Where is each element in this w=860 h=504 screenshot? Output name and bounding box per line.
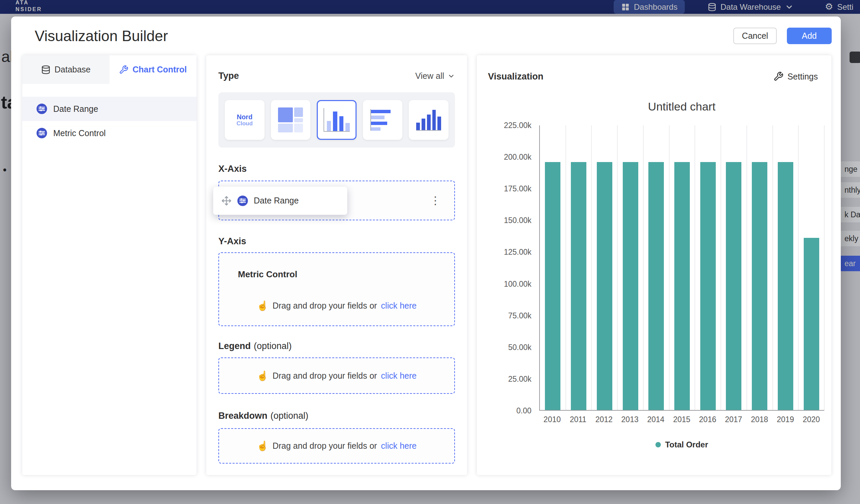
bar-2019 xyxy=(778,162,793,410)
y-axis-tick-labels: 0.0025.00k50.00k75.00k100.00k125.00k150.… xyxy=(477,125,531,411)
chart-plot-area xyxy=(539,125,824,411)
settings-label: Settings xyxy=(788,72,818,82)
x-tick-label: 2018 xyxy=(746,415,772,424)
x-tick-label: 2012 xyxy=(591,415,617,424)
chart-type-selector: Nord Cloud xyxy=(218,92,455,147)
settings-button[interactable]: Settings xyxy=(773,71,818,82)
column-chart-icon xyxy=(416,109,441,131)
x-tick-label: 2015 xyxy=(669,415,695,424)
vertical-gridline xyxy=(694,125,695,410)
field-item-label: Date Range xyxy=(53,104,98,114)
chevron-down-icon xyxy=(447,72,455,80)
drop-hint-text: Drag and drop your fields or xyxy=(273,301,377,311)
bar-2015 xyxy=(674,162,690,410)
vertical-gridline xyxy=(669,125,670,410)
vertical-gridline xyxy=(617,125,618,410)
tab-database[interactable]: Database xyxy=(22,55,110,84)
vertical-gridline xyxy=(746,125,747,410)
bar-2014 xyxy=(648,162,664,410)
bar-chart-icon xyxy=(324,108,350,132)
cancel-button[interactable]: Cancel xyxy=(733,28,777,44)
click-here-link[interactable]: click here xyxy=(381,441,417,451)
tools-icon xyxy=(773,71,784,82)
tab-chart-control[interactable]: Chart Control xyxy=(110,55,197,84)
chart-type-bar-chart-selected[interactable] xyxy=(317,100,357,140)
click-here-link[interactable]: click here xyxy=(381,371,417,381)
bar-2020 xyxy=(804,238,819,410)
word-cloud-word: Cloud xyxy=(236,120,253,127)
vertical-gridline xyxy=(720,125,721,410)
y-tick-label: 175.00k xyxy=(504,184,531,193)
drag-hand-icon: ☝ xyxy=(257,440,269,451)
add-button[interactable]: Add xyxy=(787,28,832,44)
bar-2018 xyxy=(752,162,767,410)
view-all-dropdown[interactable]: View all xyxy=(415,71,455,81)
bar-2010 xyxy=(545,162,560,410)
breakdown-optional-text: (optional) xyxy=(271,410,309,421)
field-item-metric-control[interactable]: Metric Control xyxy=(22,121,197,145)
breakdown-heading-text: Breakdown xyxy=(218,410,268,421)
control-sliders-icon xyxy=(237,195,248,206)
vertical-gridline xyxy=(798,125,799,410)
chart-type-word-cloud[interactable]: Nord Cloud xyxy=(225,100,264,140)
fields-panel-tabs: Database Chart Control xyxy=(22,55,197,84)
type-heading: Type xyxy=(218,71,239,81)
visualization-heading: Visualization xyxy=(488,71,544,82)
tab-chart-control-label: Chart Control xyxy=(132,65,187,74)
breakdown-heading: Breakdown (optional) xyxy=(218,410,455,421)
x-tick-label: 2019 xyxy=(772,415,798,424)
y-axis-heading-text: Y-Axis xyxy=(218,235,246,247)
x-tick-label: 2016 xyxy=(694,415,720,424)
word-cloud-icon: Nord Cloud xyxy=(236,114,253,127)
drop-hint-text: Drag and drop your fields or xyxy=(273,441,377,451)
legend-color-dot xyxy=(656,442,661,447)
dragged-field-chip-date-range[interactable]: Date Range xyxy=(213,186,347,215)
chart-type-treemap[interactable] xyxy=(271,100,311,140)
y-tick-label: 225.00k xyxy=(504,121,531,130)
legend-dropzone[interactable]: ☝ Drag and drop your fields or click her… xyxy=(218,358,455,394)
bar-2011 xyxy=(571,162,586,410)
word-cloud-word: Nord xyxy=(236,114,253,120)
chart-type-column-chart[interactable] xyxy=(409,100,448,140)
fields-panel: Database Chart Control Date Range xyxy=(22,55,197,475)
breakdown-dropzone[interactable]: ☝ Drag and drop your fields or click her… xyxy=(218,428,455,464)
y-tick-label: 0.00 xyxy=(516,406,531,415)
x-axis-heading: X-Axis xyxy=(218,163,455,174)
treemap-icon xyxy=(278,107,303,132)
chart-legend: Total Order xyxy=(539,440,824,449)
legend-heading: Legend (optional) xyxy=(218,340,455,352)
visualization-builder-modal: Visualization Builder Cancel Add Databas… xyxy=(11,16,841,490)
vertical-gridline xyxy=(824,125,825,410)
click-here-link[interactable]: click here xyxy=(381,301,417,311)
visualization-panel: Visualization Settings Untitled chart 0.… xyxy=(477,55,831,475)
control-sliders-icon xyxy=(36,103,47,115)
chart-title: Untitled chart xyxy=(539,100,824,113)
legend-series-label: Total Order xyxy=(665,440,708,449)
chart-type-horizontal-bar[interactable] xyxy=(363,100,403,140)
tab-database-label: Database xyxy=(55,65,91,74)
bar-2013 xyxy=(623,162,638,410)
dragged-chip-label: Date Range xyxy=(254,196,299,205)
x-axis-tick-labels: 2010201120122013201420152016201720182019… xyxy=(539,415,824,425)
control-fields-list: Date Range Metric Control xyxy=(22,97,197,145)
control-sliders-icon xyxy=(36,127,47,139)
builder-panel: Type View all Nord Cloud xyxy=(206,55,467,475)
vertical-gridline xyxy=(591,125,592,410)
horizontal-bar-chart-icon xyxy=(370,109,395,131)
legend-optional-text: (optional) xyxy=(254,340,292,352)
view-all-label: View all xyxy=(415,71,444,81)
x-axis-heading-text: X-Axis xyxy=(218,163,247,174)
bar-2017 xyxy=(726,162,741,410)
kebab-menu-icon[interactable]: ⋮ xyxy=(430,194,441,207)
field-item-date-range[interactable]: Date Range xyxy=(22,97,197,121)
database-icon xyxy=(41,65,51,74)
vertical-gridline xyxy=(643,125,644,410)
legend-heading-text: Legend xyxy=(218,340,251,352)
y-tick-label: 75.00k xyxy=(508,311,531,320)
y-axis-dropzone[interactable]: Metric Control ☝ Drag and drop your fiel… xyxy=(218,252,455,326)
y-tick-label: 125.00k xyxy=(504,248,531,257)
x-tick-label: 2017 xyxy=(720,415,746,424)
vertical-gridline xyxy=(565,125,566,410)
drag-hand-icon: ☝ xyxy=(257,370,269,381)
y-axis-heading: Y-Axis xyxy=(218,235,455,247)
